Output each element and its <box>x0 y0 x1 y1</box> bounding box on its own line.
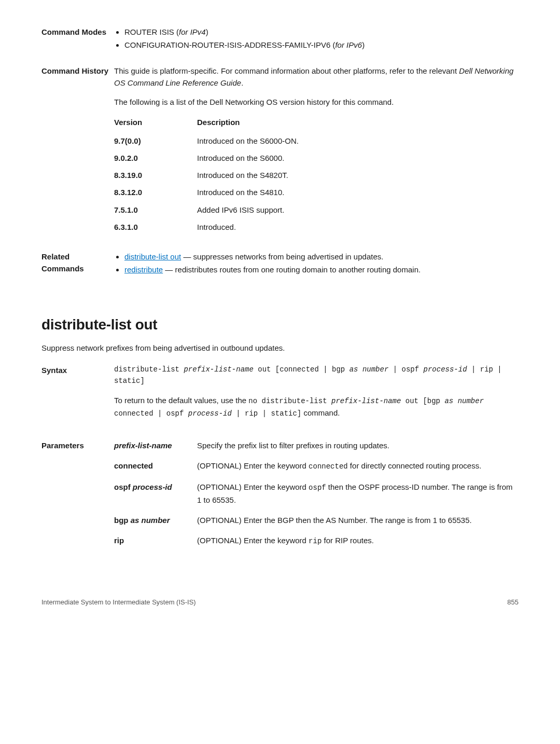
command-history-para2: The following is a list of the Dell Netw… <box>114 96 519 108</box>
param-desc: (OPTIONAL) Enter the keyword rip for RIP… <box>197 534 519 547</box>
command-history-content: This guide is platform-specific. For com… <box>114 65 519 239</box>
param-desc: (OPTIONAL) Enter the keyword connected f… <box>197 460 519 473</box>
version-table: Version Description 9.7(0.0) Introduced … <box>114 116 519 233</box>
syntax-section: Syntax distribute-list prefix-list-name … <box>41 364 519 427</box>
syntax-code: distribute-list prefix-list-name out [co… <box>114 364 519 387</box>
param-row: prefix-list-name Specify the prefix list… <box>114 439 519 451</box>
footer-left: Intermediate System to Intermediate Syst… <box>41 597 196 608</box>
param-name: prefix-list-name <box>114 439 197 451</box>
related-commands-content: distribute-list out — suppresses network… <box>114 251 519 277</box>
parameters-content: prefix-list-name Specify the prefix list… <box>114 439 519 556</box>
redistribute-link[interactable]: redistribute <box>124 265 163 274</box>
param-desc: (OPTIONAL) Enter the BGP then the AS Num… <box>197 514 519 526</box>
version-row: 9.7(0.0) Introduced on the S6000-ON. <box>114 135 519 147</box>
parameters-section: Parameters prefix-list-name Specify the … <box>41 439 519 556</box>
distribute-list-out-link[interactable]: distribute-list out <box>124 252 181 261</box>
version-row: 8.3.12.0 Introduced on the S4810. <box>114 186 519 198</box>
command-modes-item: CONFIGURATION-ROUTER-ISIS-ADDRESS-FAMILY… <box>124 39 519 51</box>
command-modes-section: Command Modes ROUTER ISIS (for IPv4) CON… <box>41 26 519 52</box>
syntax-content: distribute-list prefix-list-name out [co… <box>114 364 519 427</box>
param-name: ospf process-id <box>114 481 197 493</box>
param-row: connected (OPTIONAL) Enter the keyword c… <box>114 460 519 473</box>
related-commands-section: Related Commands distribute-list out — s… <box>41 251 519 277</box>
param-name: bgp as number <box>114 514 197 526</box>
distribute-list-out-title: distribute-list out <box>41 313 519 336</box>
param-row: bgp as number (OPTIONAL) Enter the BGP t… <box>114 514 519 526</box>
version-row: 9.0.2.0 Introduced on the S6000. <box>114 152 519 164</box>
version-header-col2: Description <box>197 116 519 128</box>
version-row: 8.3.19.0 Introduced on the S4820T. <box>114 169 519 181</box>
param-name: rip <box>114 534 197 546</box>
command-history-label: Command History <box>41 65 114 239</box>
command-history-para1: This guide is platform-specific. For com… <box>114 65 519 89</box>
param-row: rip (OPTIONAL) Enter the keyword rip for… <box>114 534 519 547</box>
related-commands-item: distribute-list out — suppresses network… <box>124 251 519 263</box>
related-commands-item: redistribute — redistributes routes from… <box>124 264 519 275</box>
syntax-label: Syntax <box>41 364 114 427</box>
version-header-col1: Version <box>114 116 197 128</box>
distribute-list-out-intro: Suppress network prefixes from being adv… <box>41 342 519 354</box>
footer-page-number: 855 <box>507 597 519 608</box>
command-modes-content: ROUTER ISIS (for IPv4) CONFIGURATION-ROU… <box>114 26 519 52</box>
version-row: 6.3.1.0 Introduced. <box>114 221 519 233</box>
param-desc: Specify the prefix list to filter prefix… <box>197 439 519 451</box>
page-footer: Intermediate System to Intermediate Syst… <box>41 597 519 608</box>
command-modes-label: Command Modes <box>41 26 114 52</box>
parameters-label: Parameters <box>41 439 114 556</box>
related-commands-label: Related Commands <box>41 251 114 277</box>
param-name: connected <box>114 460 197 472</box>
command-history-section: Command History This guide is platform-s… <box>41 65 519 239</box>
version-row: 7.5.1.0 Added IPv6 ISIS support. <box>114 204 519 216</box>
command-modes-item: ROUTER ISIS (for IPv4) <box>124 26 519 38</box>
syntax-return: To return to the default values, use the… <box>114 394 519 420</box>
param-row: ospf process-id (OPTIONAL) Enter the key… <box>114 481 519 506</box>
param-desc: (OPTIONAL) Enter the keyword ospf then t… <box>197 481 519 506</box>
